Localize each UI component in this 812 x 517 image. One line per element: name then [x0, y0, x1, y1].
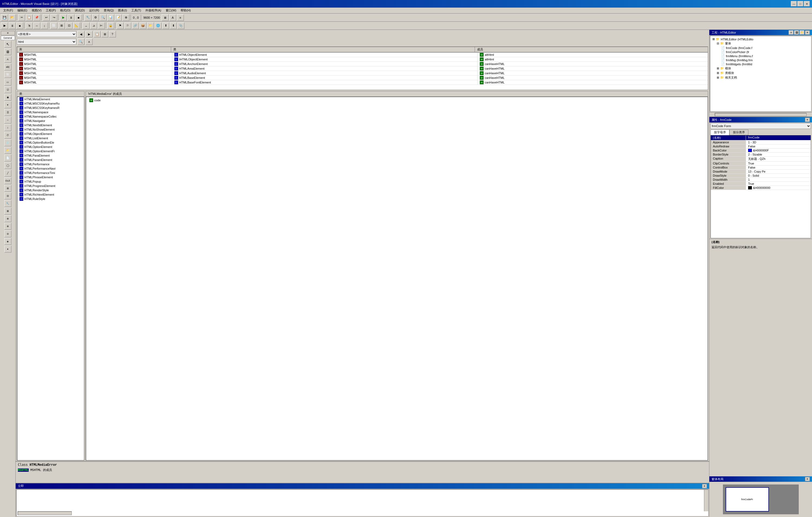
tb2-misc5[interactable]: 📁 — [147, 23, 154, 29]
tree-item-frmcode[interactable]: 📄 frmCode (frmCode.f — [720, 46, 810, 50]
menu-view[interactable]: 视图(V) — [30, 8, 44, 13]
table-row[interactable]: LMSHTML CHTMLBaseElement McanHaveHTML — [17, 76, 708, 80]
nav-forward[interactable]: ▶ — [86, 31, 93, 37]
list-item[interactable]: CHTMLOptionElement — [17, 145, 84, 149]
menu-debug[interactable]: 调试(D) — [72, 8, 87, 13]
props-row[interactable]: DrawStyle 0 - Solid — [711, 174, 811, 178]
props-object-select[interactable]: frmCode Form — [710, 123, 811, 129]
minimize-button[interactable]: — — [791, 1, 797, 6]
menu-help[interactable]: 帮助(H) — [178, 8, 193, 13]
tree-item-frmmsg[interactable]: 📄 frmMsg (frmMsg.frm — [720, 58, 810, 62]
library-select[interactable]: <所有库> — [17, 31, 76, 37]
tb-extra2[interactable]: A — [169, 15, 176, 21]
lt-drive[interactable]: 💿 — [4, 139, 11, 146]
tb-btn9[interactable]: 📝 — [115, 15, 122, 21]
project-close[interactable]: ✕ — [805, 30, 810, 35]
lt-line[interactable]: ╱ — [4, 170, 11, 177]
tb-btn10[interactable]: ⊕ — [122, 15, 129, 21]
menu-project[interactable]: 工程(P) — [44, 8, 58, 13]
lt-ole[interactable]: OLE — [4, 177, 11, 184]
list-item[interactable]: CHTMLPhraseElement — [17, 175, 84, 180]
nav-back[interactable]: ◀ — [78, 31, 85, 37]
list-item[interactable]: CHTMLParamElement — [17, 158, 84, 162]
lt-filelist[interactable]: 📄 — [4, 155, 11, 162]
tb-extra1[interactable]: 🖥 — [162, 15, 169, 21]
help-btn[interactable]: ? — [109, 31, 116, 37]
lt-extra4[interactable]: ⊠ — [4, 208, 11, 215]
tb2-align2[interactable]: ⫡ — [90, 23, 97, 29]
tree-item-frmmenu[interactable]: 📄 frmMenu (frmMenu.f — [720, 54, 810, 58]
lt-dirlist[interactable]: 📁 — [4, 147, 11, 154]
list-item[interactable]: CHTMLNamespaceCollec — [17, 114, 84, 119]
menu-format[interactable]: 格式(O) — [58, 8, 72, 13]
tb2-btn10[interactable]: 📐 — [73, 23, 80, 29]
tb2-btn1[interactable]: ▶ — [1, 23, 8, 29]
tb2-btn4[interactable]: 🖱 — [26, 23, 33, 29]
lt-extra9[interactable]: ♦ — [4, 245, 11, 252]
list-item[interactable]: CHTMLRichtextElement — [17, 192, 84, 197]
list-item[interactable]: CHTMLMSCSSKeyframeRu — [17, 101, 84, 106]
lt-radio[interactable]: ◉ — [4, 94, 11, 101]
project-tree[interactable]: ⊞ 📁 HTMLEditor (HTMLEdito ⊟ 📁 窗体 📄 frmCo… — [710, 36, 811, 112]
list-item[interactable]: CHTMLPopup — [17, 180, 84, 184]
tb-btn5[interactable]: 🔧 — [85, 15, 91, 21]
lt-extra5[interactable]: ⊕ — [4, 215, 11, 222]
members-list[interactable]: M code — [86, 97, 708, 460]
lt-hscroll[interactable]: ↔ — [4, 116, 11, 124]
props-close[interactable]: ✕ — [805, 117, 810, 122]
lt-extra2[interactable]: ⊟ — [4, 192, 11, 199]
menu-query[interactable]: 查询(Q) — [102, 8, 116, 13]
menu-file[interactable]: 文件(F) — [1, 8, 15, 13]
props-row[interactable]: ControlBox False — [711, 166, 811, 170]
close-button[interactable]: ✕ — [804, 1, 810, 6]
tb2-btn5[interactable]: ↔ — [33, 23, 40, 29]
lt-textbox[interactable]: ab| — [4, 63, 11, 71]
tb2-misc8[interactable]: ⬇ — [170, 23, 177, 29]
props-row[interactable]: BackColor &H000000F — [711, 148, 811, 153]
tb-extra3[interactable]: ≡ — [177, 15, 184, 21]
tb2-misc9[interactable]: 📎 — [177, 23, 184, 29]
list-item[interactable]: CHTMLParaElement — [17, 153, 84, 158]
tb2-misc1[interactable]: ⚑ — [117, 23, 124, 29]
menu-diagram[interactable]: 图表(I) — [116, 8, 129, 13]
lt-combo[interactable]: ▾ — [4, 101, 11, 108]
project-view-obj[interactable]: 🖼 — [794, 30, 799, 35]
tb-redo[interactable]: ↪ — [50, 15, 57, 21]
lt-cmdbutton[interactable]: ▭ — [4, 79, 11, 86]
table-row[interactable]: LMSHTML CHTMLAudioElement McanHaveHTML — [17, 71, 708, 76]
tree-item-frmcolor[interactable]: 📄 frmColorPicker (fr — [720, 50, 810, 54]
table-row[interactable]: LMSHTML CHTMLObjectElement MaltHtml — [17, 53, 708, 57]
menu-run[interactable]: 运行(R) — [87, 8, 101, 13]
list-item[interactable]: CHTMLMSCSSKeyframesR — [17, 106, 84, 110]
search-select[interactable]: html — [17, 39, 76, 45]
tb2-lock[interactable]: 🔒 — [107, 23, 114, 29]
tb-save[interactable]: 💾 — [1, 15, 8, 21]
list-item[interactable]: CHTMLPerformance — [17, 162, 84, 166]
tree-item-classmodules[interactable]: ⊞ 📁 类模块 — [716, 71, 810, 75]
list-item[interactable]: CHTMLOptionElementFi — [17, 149, 84, 153]
menu-addins[interactable]: 外接程序(A) — [143, 8, 164, 13]
menu-window[interactable]: 窗口(W) — [164, 8, 179, 13]
list-item[interactable]: CHTMLProgressElement — [17, 184, 84, 188]
lt-img[interactable]: 🖼 — [4, 48, 11, 55]
list-item[interactable]: CHTMLRenderStyle — [17, 188, 84, 192]
tb2-btn9[interactable]: ⊡ — [65, 23, 72, 29]
tb-undo[interactable]: ↩ — [43, 15, 50, 21]
tb2-btn3[interactable]: ■ — [16, 23, 23, 29]
tb2-misc2[interactable]: ⚐ — [124, 23, 131, 29]
list-item[interactable]: CHTMLMetaElement — [17, 97, 84, 101]
lt-check[interactable]: ☑ — [4, 86, 11, 93]
list-item[interactable]: CHTMLNamespace — [17, 110, 84, 114]
maximize-button[interactable]: □ — [798, 1, 803, 6]
lt-vscroll[interactable]: ↕ — [4, 124, 11, 131]
tb-stop[interactable]: ■ — [75, 15, 82, 21]
wl-close[interactable]: ✕ — [805, 477, 810, 481]
project-view-code[interactable]: ≡ — [789, 30, 793, 35]
list-item[interactable]: CHTMLObjectElement — [17, 132, 84, 136]
lt-extra3[interactable]: 🔧 — [4, 200, 11, 207]
menu-edit[interactable]: 编辑(E) — [15, 8, 30, 13]
props-row[interactable]: (名称) frmCode — [711, 135, 811, 140]
list-item[interactable]: CHTMLNextIdElement — [17, 123, 84, 127]
imm-scrollbar-h[interactable] — [18, 511, 72, 515]
tb2-align1[interactable]: ⫠ — [83, 23, 90, 29]
